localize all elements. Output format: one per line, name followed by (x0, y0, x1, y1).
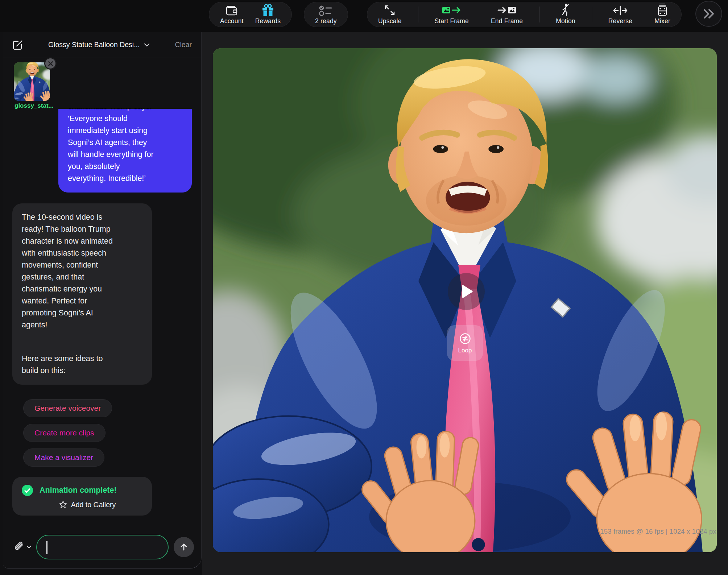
chat-title-dropdown[interactable]: Glossy Statue Balloon Desi... (23, 41, 175, 49)
toolbar-group-queue: 2 ready (304, 2, 348, 27)
top-toolbar: Account Rewards (0, 0, 728, 32)
ready-queue-button[interactable]: 2 ready (309, 2, 343, 27)
suggestion-generate-voiceover[interactable]: Generate voiceover (23, 399, 112, 417)
status-card: Animation complete! Add to Gallery (12, 477, 152, 516)
status-title: Animation complete! (40, 486, 117, 495)
mixer-button[interactable]: Mixer (649, 2, 676, 27)
gift-icon (262, 4, 274, 16)
app-window: Account Rewards (0, 0, 728, 575)
main-canvas: Loop 153 frames @ 16 fps | 1024 x 1024 p… (202, 32, 728, 575)
upscale-button[interactable]: Upscale (372, 2, 408, 27)
chat-header: Glossy Statue Balloon Desi... Clear (3, 32, 201, 58)
account-button[interactable]: Account (214, 2, 249, 27)
upscale-label: Upscale (378, 17, 402, 25)
reverse-icon (612, 4, 628, 16)
suggestion-create-more-clips[interactable]: Create more clips (23, 424, 106, 442)
start-frame-label: Start Frame (434, 17, 469, 25)
paperclip-icon (14, 541, 25, 553)
attachment-filename: glossy_stat... (15, 102, 54, 109)
motion-button[interactable]: Motion (550, 2, 581, 27)
assistant-message-paragraph: The 10-second video isready! The balloon… (22, 211, 142, 331)
double-chevron-right-icon (702, 8, 716, 19)
reverse-label: Reverse (608, 17, 633, 25)
remove-attachment-button[interactable] (44, 57, 57, 70)
chat-sidebar: Glossy Statue Balloon Desi... Clear glos… (3, 32, 202, 568)
loop-button[interactable]: Loop (447, 325, 483, 361)
message-input[interactable] (36, 535, 169, 559)
close-icon (48, 61, 53, 66)
account-label: Account (220, 17, 244, 25)
checklist-icon (318, 4, 334, 16)
text-caret (46, 541, 47, 554)
rewards-button[interactable]: Rewards (249, 2, 286, 27)
attachment-strip: glossy_stat... (3, 58, 201, 109)
rewards-label: Rewards (255, 17, 281, 25)
compose-icon (12, 40, 23, 50)
video-preview[interactable]: Loop (213, 48, 717, 552)
toolbar-separator (418, 7, 418, 22)
upscale-icon (384, 4, 396, 16)
play-button[interactable] (448, 273, 485, 310)
star-icon (59, 500, 67, 509)
end-frame-icon (497, 4, 517, 16)
assistant-message-bubble: The 10-second video isready! The balloon… (12, 203, 152, 385)
chevron-down-icon (27, 546, 31, 549)
send-button[interactable] (174, 537, 194, 557)
toolbar-group-video: Upscale Start Frame (367, 2, 682, 27)
motion-label: Motion (556, 17, 575, 25)
start-frame-icon (442, 4, 462, 16)
video-metadata: 153 frames @ 16 fps | 1024 x 1024 px (600, 528, 716, 535)
loop-icon (459, 332, 472, 345)
attach-file-button[interactable] (14, 541, 31, 553)
collapse-toolbar-button[interactable] (695, 1, 722, 27)
ready-queue-label: 2 ready (315, 17, 337, 25)
reverse-button[interactable]: Reverse (603, 2, 638, 27)
user-message-bubble: charismatic Trump says: ‘Everyone should… (58, 109, 192, 193)
assistant-message-paragraph: Here are some ideas tobuild on this: (22, 353, 142, 377)
clear-chat-button[interactable]: Clear (175, 41, 192, 49)
chevron-down-icon (144, 43, 150, 47)
add-to-gallery-button[interactable]: Add to Gallery (27, 500, 148, 509)
user-message-text: ‘Everyone shouldimmediately start usingS… (68, 113, 182, 185)
chat-title: Glossy Statue Balloon Desi... (48, 41, 140, 49)
wallet-icon (225, 4, 238, 16)
toolbar-group-account: Account Rewards (209, 2, 292, 27)
message-list[interactable]: charismatic Trump says: ‘Everyone should… (3, 109, 201, 528)
loop-label: Loop (458, 347, 472, 354)
toolbar-separator (539, 7, 539, 22)
add-to-gallery-label: Add to Gallery (71, 501, 116, 509)
mixer-label: Mixer (654, 17, 670, 25)
attachment-thumbnail[interactable] (14, 62, 50, 101)
toolbar-separator (592, 7, 592, 22)
check-circle-icon (22, 485, 33, 496)
new-chat-button[interactable] (12, 40, 23, 50)
motion-icon (561, 4, 571, 16)
arrow-up-icon (179, 542, 189, 552)
end-frame-button[interactable]: End Frame (485, 2, 529, 27)
chat-input-bar (3, 529, 201, 565)
user-message-clipped-line: charismatic Trump says: (68, 109, 182, 113)
suggestion-make-a-visualizer[interactable]: Make a visualizer (23, 448, 104, 467)
end-frame-label: End Frame (491, 17, 523, 25)
mixer-icon (657, 4, 668, 16)
play-icon (458, 283, 475, 300)
start-frame-button[interactable]: Start Frame (429, 2, 475, 27)
